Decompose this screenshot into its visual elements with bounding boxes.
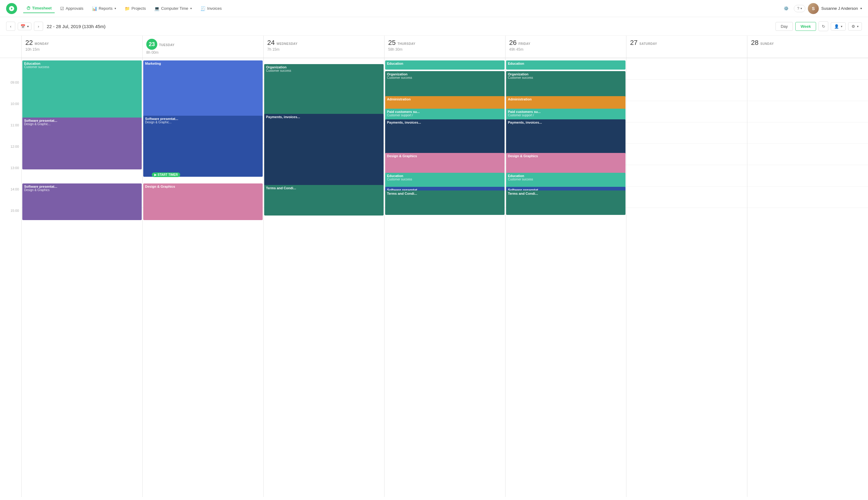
event-title: Software presentat...	[24, 185, 140, 188]
next-week-button[interactable]: ›	[34, 22, 43, 31]
day-hours-22: 10h 15m	[25, 47, 139, 52]
calendar-event[interactable]: Terms and Condi...	[385, 191, 505, 215]
calendar-event[interactable]: Software presentat...Design & Graphic...	[22, 117, 142, 169]
help-button[interactable]: ? ▾	[794, 5, 805, 12]
display-settings-button[interactable]: ⚙ ▾	[848, 22, 862, 31]
computer-time-chevron: ▾	[190, 7, 192, 10]
calendar-event[interactable]: Software presentat...Design & Graphics	[22, 183, 142, 220]
week-calendar: 22MONDAY10h 15m23TUESDAY8h 00m24WEDNESDA…	[0, 36, 868, 497]
settings-button[interactable]: ⚙️	[781, 3, 791, 14]
calendar-icon: 📅	[21, 24, 25, 29]
start-timer-badge[interactable]: ▶ START TIMER	[152, 172, 180, 177]
hour-line	[747, 101, 868, 101]
refresh-button[interactable]: ↻	[819, 21, 828, 31]
event-title: Software presentat...	[145, 117, 261, 121]
hour-line	[143, 58, 263, 58]
time-slot-14:00: 14:00	[0, 186, 21, 207]
calendar-event[interactable]: Marketing	[143, 60, 263, 125]
day-view-button[interactable]: Day	[776, 22, 793, 31]
calendar-picker[interactable]: 📅 ▾	[18, 23, 32, 30]
hour-line	[506, 58, 626, 58]
event-subtitle: Customer support /	[508, 114, 624, 117]
nav-timesheet[interactable]: ⏱ Timesheet	[23, 4, 55, 13]
event-title: Organization	[266, 65, 382, 69]
hour-line	[627, 165, 747, 165]
day-hours-26: 49h 45m	[509, 47, 622, 52]
event-title: Education	[387, 62, 503, 65]
day-col-2: OrganizationCustomer successPayments, in…	[263, 58, 384, 497]
time-slot-10:00: 10:00	[0, 101, 21, 122]
date-nav: ‹ 📅 ▾ ›	[6, 22, 43, 31]
calendar-event[interactable]: Design & Graphics	[143, 183, 263, 220]
day-name-22: MONDAY	[34, 42, 49, 45]
display-settings-icon: ⚙	[852, 24, 855, 29]
event-title: Terms and Condi...	[387, 192, 503, 195]
hour-line	[747, 165, 868, 165]
prev-week-button[interactable]: ‹	[6, 22, 15, 31]
event-title: Education	[508, 62, 624, 65]
event-title: Education	[387, 174, 503, 178]
hour-line	[627, 186, 747, 186]
event-title: Design & Graphics	[508, 154, 624, 158]
header-day-24: 24WEDNESDAY7h 15m	[263, 36, 384, 58]
event-subtitle: Customer success	[387, 178, 503, 181]
day-number-27: 27	[630, 39, 638, 46]
hour-line	[627, 207, 747, 208]
calendar-event[interactable]: Terms and Condi...	[506, 191, 625, 215]
event-subtitle: Customer success	[266, 69, 382, 72]
reports-chevron: ▾	[114, 7, 116, 10]
toolbar-right: Day Week ↻ 👤 ▾ ⚙ ▾	[776, 21, 862, 31]
user-avatar[interactable]: S	[808, 3, 819, 14]
day-name-24: WEDNESDAY	[277, 42, 297, 45]
event-subtitle: Customer support /	[387, 114, 503, 117]
event-title: Organization	[387, 72, 503, 76]
hour-line	[22, 58, 142, 58]
calendar-event[interactable]: Education	[385, 60, 505, 70]
header-day-27: 27SATURDAY	[626, 36, 747, 58]
time-slot-15:00: 15:00	[0, 207, 21, 229]
nav-computer-time[interactable]: 💻 Computer Time ▾	[151, 4, 195, 13]
time-slot-12:00: 12:00	[0, 144, 21, 165]
week-view-button[interactable]: Week	[795, 22, 816, 31]
event-title: Design & Graphics	[387, 154, 503, 158]
event-subtitle: Customer success	[508, 178, 624, 181]
event-title: Payments, invoices...	[508, 121, 624, 124]
time-column: 09:0010:0011:0012:0013:0014:0015:00	[0, 58, 21, 497]
day-number-24: 24	[267, 39, 274, 46]
hour-line	[627, 58, 747, 58]
nav-invoices[interactable]: 🧾 Invoices	[197, 4, 225, 13]
nav-right: ⚙️ ? ▾ S Susanne J Anderson ▾	[781, 3, 862, 14]
day-col-5	[626, 58, 747, 497]
day-number-22: 22	[25, 39, 33, 46]
nav-projects[interactable]: 📁 Projects	[122, 4, 149, 13]
day-name-25: THURSDAY	[397, 42, 415, 45]
hour-line	[747, 207, 868, 208]
hour-line	[747, 186, 868, 186]
event-subtitle: Design & Graphics	[24, 188, 140, 192]
day-number-28: 28	[751, 39, 758, 46]
hour-line	[747, 144, 868, 144]
timesheet-icon: ⏱	[26, 6, 31, 11]
event-title: Terms and Condi...	[508, 192, 624, 195]
header-day-28: 28SUNDAY	[747, 36, 868, 58]
nav-approvals[interactable]: ☑ Approvals	[57, 4, 87, 13]
event-title: Marketing	[145, 62, 261, 65]
day-col-0: EducationCustomer successSoftware presen…	[21, 58, 142, 497]
hour-line	[627, 101, 747, 101]
user-menu[interactable]: Susanne J Anderson ▾	[821, 6, 862, 11]
main-nav: ⏱ Timesheet ☑ Approvals 📊 Reports ▾ 📁 Pr…	[0, 0, 868, 17]
event-title: Payments, invoices...	[387, 121, 503, 124]
nav-reports[interactable]: 📊 Reports ▾	[89, 4, 120, 13]
app-logo[interactable]	[6, 3, 17, 14]
event-subtitle: Customer success	[387, 76, 503, 79]
time-slot-13:00: 13:00	[0, 165, 21, 186]
computer-time-icon: 💻	[154, 6, 159, 11]
hour-line	[747, 58, 868, 58]
day-name-27: SATURDAY	[639, 42, 657, 45]
event-title: Organization	[508, 72, 624, 76]
calendar-event[interactable]: Software presentat...Design & Graphic...	[143, 116, 263, 177]
reports-icon: 📊	[92, 6, 97, 11]
calendar-event[interactable]: Education	[506, 60, 625, 70]
user-filter-button[interactable]: 👤 ▾	[831, 22, 846, 31]
calendar-event[interactable]: Terms and Condi...	[264, 185, 384, 216]
